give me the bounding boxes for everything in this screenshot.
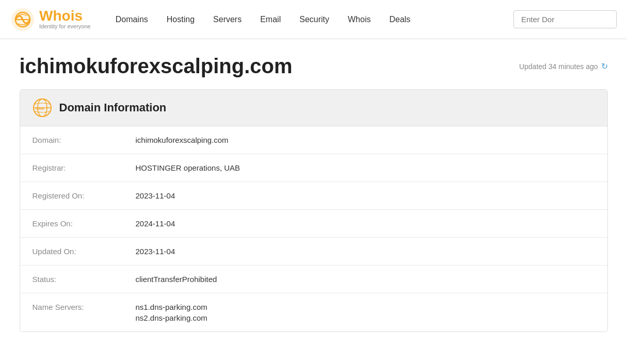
field-value: HOSTINGER operations, UAB (123, 154, 607, 182)
search-input[interactable] (513, 10, 617, 28)
info-card: www Domain Information Domain: ichimokuf… (20, 89, 608, 332)
nav-hosting[interactable]: Hosting (157, 0, 204, 39)
name-server-item: ns2.dns-parking.com (136, 313, 595, 322)
nav-whois[interactable]: Whois (339, 0, 380, 39)
name-server-item: ns1.dns-parking.com (136, 303, 595, 311)
field-label: Status: (20, 266, 123, 293)
table-row: Name Servers: ns1.dns-parking.comns2.dns… (20, 293, 607, 332)
logo-link[interactable]: Whois Identity for everyone (10, 7, 91, 32)
logo-whois-label: Whois (39, 9, 91, 23)
updated-info: Updated 34 minutes ago ↻ (519, 61, 608, 71)
nav-links: Domains Hosting Servers Email Security W… (106, 0, 513, 39)
info-table: Domain: ichimokuforexscalping.com Regist… (20, 126, 607, 332)
name-servers-list: ns1.dns-parking.comns2.dns-parking.com (123, 293, 607, 332)
svg-text:www: www (35, 107, 44, 110)
table-row: Status: clientTransferProhibited (20, 266, 607, 293)
domain-header: ichimokuforexscalping.com Updated 34 min… (20, 55, 608, 78)
nav-domains[interactable]: Domains (106, 0, 157, 39)
nav-servers[interactable]: Servers (204, 0, 251, 39)
field-value: 2023-11-04 (123, 238, 607, 266)
logo-tagline-label: Identity for everyone (39, 23, 91, 30)
table-row: Updated On: 2023-11-04 (20, 238, 607, 266)
navbar: Whois Identity for everyone Domains Host… (0, 0, 627, 39)
logo-icon (10, 7, 35, 32)
field-label: Domain: (20, 126, 123, 154)
nav-email[interactable]: Email (251, 0, 290, 39)
updated-label: Updated 34 minutes ago (519, 62, 598, 71)
field-label: Updated On: (20, 238, 123, 266)
field-value: 2023-11-04 (123, 182, 607, 210)
field-label: Name Servers: (20, 293, 123, 332)
www-icon: www (33, 98, 52, 118)
field-value: ichimokuforexscalping.com (123, 126, 607, 154)
search-wrap (513, 10, 617, 28)
nav-security[interactable]: Security (290, 0, 339, 39)
field-value: 2024-11-04 (123, 210, 607, 238)
page-title: ichimokuforexscalping.com (20, 55, 293, 78)
field-label: Registrar: (20, 154, 123, 182)
main-content: ichimokuforexscalping.com Updated 34 min… (9, 39, 618, 353)
info-card-title: Domain Information (59, 101, 167, 114)
refresh-icon[interactable]: ↻ (601, 61, 608, 71)
nav-deals[interactable]: Deals (380, 0, 420, 39)
table-row: Domain: ichimokuforexscalping.com (20, 126, 607, 154)
field-label: Registered On: (20, 182, 123, 210)
table-row: Registrar: HOSTINGER operations, UAB (20, 154, 607, 182)
field-label: Expires On: (20, 210, 123, 238)
field-value: clientTransferProhibited (123, 266, 607, 293)
table-row: Registered On: 2023-11-04 (20, 182, 607, 210)
table-row: Expires On: 2024-11-04 (20, 210, 607, 238)
info-card-header: www Domain Information (20, 90, 607, 126)
logo-text: Whois Identity for everyone (39, 9, 91, 30)
